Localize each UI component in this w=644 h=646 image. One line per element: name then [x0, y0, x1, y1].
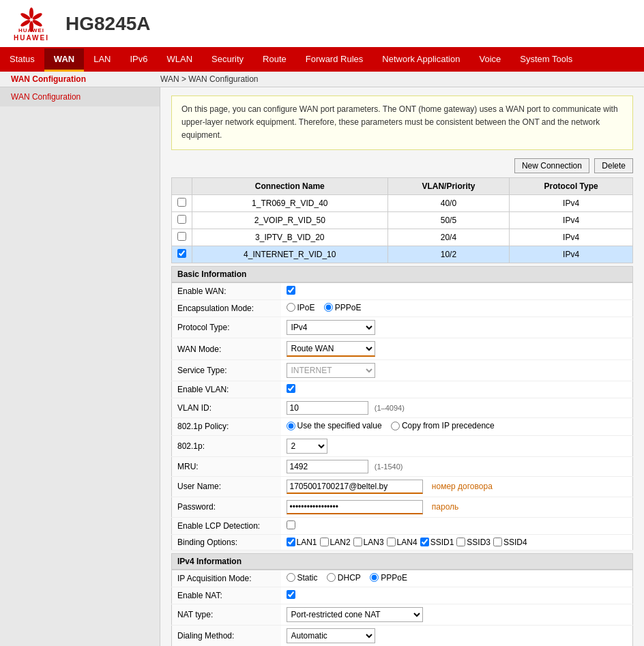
enable-wan-checkbox[interactable] [287, 286, 295, 295]
lcp-row: Enable LCP Detection: [172, 517, 633, 534]
header: HUAWEI HUAWEI HG8245A [0, 0, 644, 48]
nav-item-route[interactable]: Route [253, 48, 296, 72]
binding-lan3[interactable] [353, 538, 362, 546]
ip-acq-pppoe-radio[interactable] [370, 573, 379, 582]
enable-vlan-checkbox[interactable] [287, 384, 295, 393]
new-connection-button[interactable]: New Connection [514, 158, 589, 173]
mru-row: MRU: (1-1540) [172, 456, 633, 476]
binding-options: LAN1 LAN2 LAN3 LAN4 SSID1 SSID3 SSID4 [287, 538, 628, 547]
wan-mode-select[interactable]: Route WAN [287, 341, 375, 357]
col-protocol-type: Protocol Type [510, 177, 633, 194]
p802-select[interactable]: 2 [287, 439, 327, 454]
nav-item-system-tools[interactable]: System Tools [510, 48, 582, 72]
policy-opt1-label: Use the specified value [297, 421, 382, 430]
policy-copy-radio[interactable] [391, 422, 400, 430]
info-text: On this page, you can configure WAN port… [181, 104, 618, 140]
nav-item-wan[interactable]: WAN [44, 48, 84, 72]
col-connection-name: Connection Name [192, 177, 388, 194]
device-title: HG8245A [65, 13, 151, 35]
enable-nat-row: Enable NAT: [172, 587, 633, 604]
info-box: On this page, you can configure WAN port… [171, 96, 633, 150]
binding-lan1[interactable] [287, 538, 295, 546]
binding-ssid4[interactable] [493, 538, 502, 546]
dialing-method-select[interactable]: Automatic [287, 628, 375, 643]
basic-info-table: Enable WAN: Encapsulation Mode: IPoE PPP… [171, 282, 633, 550]
protocol-type-row: Protocol Type: IPv4 [172, 317, 633, 338]
sidebar: WAN Configuration [0, 87, 160, 646]
svg-point-1 [29, 8, 33, 18]
password-input[interactable] [287, 500, 423, 514]
nav-item-forward-rules[interactable]: Forward Rules [296, 48, 373, 72]
nat-type-select[interactable]: Port-restricted cone NAT [287, 607, 423, 622]
row3-checkbox[interactable] [177, 232, 186, 241]
service-type-row: Service Type: INTERNET [172, 360, 633, 381]
service-type-select[interactable]: INTERNET [287, 363, 375, 378]
nav-item-ipv6[interactable]: IPv6 [121, 48, 158, 72]
vlan-id-row: VLAN ID: (1–4094) [172, 398, 633, 418]
row4-checkbox[interactable] [177, 249, 186, 258]
username-annotation: номер договора [432, 482, 493, 491]
vlan-id-note: (1–4094) [375, 404, 405, 412]
col-vlan-priority: VLAN/Priority [387, 177, 510, 194]
encap-pppoe-label: PPPoE [335, 303, 362, 312]
huawei-logo-icon: HUAWEI [11, 5, 52, 34]
protocol-type-select[interactable]: IPv4 [287, 320, 375, 335]
mru-input[interactable] [287, 460, 368, 473]
encap-ipoe-label: IPoE [297, 303, 315, 312]
nav-item-status[interactable]: Status [0, 48, 44, 72]
username-row: User Name: номер договора [172, 476, 633, 497]
brand-label: HUAWEI [14, 34, 49, 42]
encap-ipoe-radio[interactable] [287, 303, 295, 312]
sidebar-item-wan-config[interactable]: WAN Configuration [0, 87, 160, 106]
dialing-row: Dialing Method: Automatic [172, 626, 633, 646]
ip-acq-static-radio[interactable] [287, 573, 295, 582]
enable-vlan-row: Enable VLAN: [172, 381, 633, 398]
nav-item-network-application[interactable]: Network Application [372, 48, 469, 72]
main-layout: WAN Configuration On this page, you can … [0, 87, 644, 646]
binding-lan4[interactable] [387, 538, 396, 546]
huawei-brand-text: HUAWEI [18, 27, 44, 33]
binding-row: Binding Options: LAN1 LAN2 LAN3 LAN4 SSI… [172, 534, 633, 550]
wan-mode-row: WAN Mode: Route WAN [172, 338, 633, 360]
connection-table: Connection Name VLAN/Priority Protocol T… [171, 177, 633, 263]
row1-checkbox[interactable] [177, 198, 186, 207]
nav-item-wlan[interactable]: WLAN [158, 48, 203, 72]
password-annotation: пароль [432, 502, 459, 512]
nav-item-security[interactable]: Security [202, 48, 253, 72]
table-actions: New Connection Delete [171, 158, 633, 173]
breadcrumb-path: WAN > WAN Configuration [160, 74, 259, 84]
table-row[interactable]: 3_IPTV_B_VID_20 20/4 IPv4 [172, 229, 633, 246]
policy-opt2-label: Copy from IP precedence [402, 421, 495, 430]
nav-item-voice[interactable]: Voice [469, 48, 510, 72]
enable-wan-row: Enable WAN: [172, 282, 633, 299]
table-row[interactable]: 2_VOIP_R_VID_50 50/5 IPv4 [172, 211, 633, 229]
ip-acq-dhcp-radio[interactable] [327, 573, 336, 582]
binding-ssid1[interactable] [420, 538, 429, 546]
nav-item-lan[interactable]: LAN [84, 48, 120, 72]
logo-area: HUAWEI HUAWEI [11, 5, 52, 42]
username-input[interactable] [287, 480, 423, 494]
breadcrumb-section: WAN Configuration [0, 74, 160, 84]
ipv4-info-header: IPv4 Information [171, 553, 633, 570]
ip-acq-row: IP Acquisition Mode: Static DHCP PPPoE [172, 570, 633, 587]
ipv4-info-table: IP Acquisition Mode: Static DHCP PPPoE [171, 570, 633, 646]
col-checkbox [172, 177, 192, 194]
policy-specified-radio[interactable] [287, 422, 295, 430]
row2-checkbox[interactable] [177, 215, 186, 224]
lcp-checkbox[interactable] [287, 520, 295, 529]
basic-info-header: Basic Information [171, 266, 633, 282]
table-row-selected[interactable]: 4_INTERNET_R_VID_10 10/2 IPv4 [172, 246, 633, 263]
encap-mode-row: Encapsulation Mode: IPoE PPPoE [172, 299, 633, 317]
p802-row: 802.1p: 2 [172, 435, 633, 456]
nat-type-row: NAT type: Port-restricted cone NAT [172, 604, 633, 626]
binding-ssid3[interactable] [456, 538, 465, 546]
encap-pppoe-radio[interactable] [324, 303, 333, 312]
vlan-id-input[interactable] [287, 401, 368, 415]
mru-note: (1-1540) [375, 463, 403, 471]
policy-802-row: 802.1p Policy: Use the specified value C… [172, 418, 633, 436]
breadcrumb-bar: WAN Configuration WAN > WAN Configuratio… [0, 72, 644, 87]
delete-button[interactable]: Delete [594, 158, 633, 173]
binding-lan2[interactable] [320, 538, 329, 546]
table-row[interactable]: 1_TR069_R_VID_40 40/0 IPv4 [172, 194, 633, 211]
enable-nat-checkbox[interactable] [287, 590, 295, 599]
